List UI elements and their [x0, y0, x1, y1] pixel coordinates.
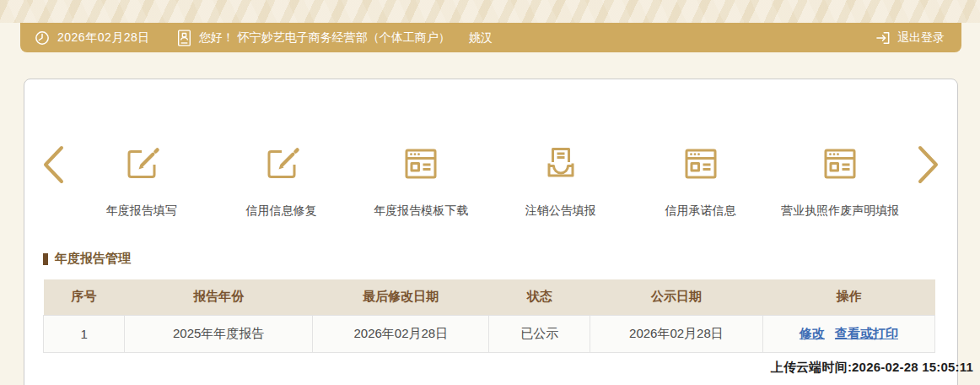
- table-row: 1 2025年年度报告 2026年02月28日 已公示 2026年02月28日 …: [44, 315, 935, 352]
- main-card: 年度报告填写 信用信息修复: [24, 79, 958, 385]
- shortcut-label: 注销公告填报: [525, 203, 596, 219]
- greeting-text: 您好！ 怀宁妙艺电子商务经营部（个体工商户）: [199, 30, 450, 46]
- shortcut-label: 信用信息修复: [246, 203, 317, 219]
- chevron-left-icon: [40, 145, 66, 184]
- section-bullet: [43, 253, 48, 265]
- shortcut-label: 年度报告模板下载: [374, 203, 468, 219]
- clock-icon: [34, 30, 51, 46]
- shortcut-label: 年度报告填写: [106, 203, 177, 219]
- inbox-icon: [541, 143, 581, 185]
- section-title: 年度报告管理: [43, 251, 131, 267]
- webpage-icon: [401, 143, 441, 185]
- shortcut-label: 信用承诺信息: [665, 203, 736, 219]
- decorative-banner-strip: [0, 0, 980, 23]
- logout-label: 退出登录: [897, 30, 945, 46]
- top-bar: 2026年02月28日 您好！ 怀宁妙艺电子商务经营部（个体工商户） 姚汉 退出…: [20, 23, 961, 52]
- cell-actions: 修改查看或打印: [762, 315, 934, 352]
- shortcut-label: 营业执照作废声明填报: [781, 203, 899, 219]
- user-name: 姚汉: [469, 30, 493, 46]
- shortcut-deregistration-notice[interactable]: 注销公告填报: [491, 143, 631, 219]
- webpage-icon: [681, 143, 721, 185]
- current-date: 2026年02月28日: [57, 30, 150, 46]
- annual-report-table: 序号 报告年份 最后修改日期 状态 公示日期 操作 1 2025年年度报告 20…: [43, 279, 935, 353]
- carousel-prev-button[interactable]: [35, 145, 72, 184]
- col-header-actions: 操作: [762, 279, 934, 315]
- cell-status: 已公示: [489, 315, 590, 352]
- edit-icon: [261, 143, 302, 185]
- col-header-publish-date: 公示日期: [590, 279, 762, 315]
- section-title-text: 年度报告管理: [55, 251, 131, 267]
- logout-icon: [875, 30, 891, 46]
- webpage-icon: [820, 143, 860, 185]
- shortcut-carousel: 年度报告填写 信用信息修复: [35, 143, 947, 219]
- shortcut-credit-commitment[interactable]: 信用承诺信息: [631, 143, 771, 219]
- shortcut-license-void-declaration[interactable]: 营业执照作废声明填报: [770, 143, 910, 219]
- table-header-row: 序号 报告年份 最后修改日期 状态 公示日期 操作: [44, 279, 935, 315]
- id-badge-icon: [177, 29, 191, 47]
- cell-seq: 1: [44, 315, 125, 352]
- upload-cloud-timestamp: 上传云端时间:2026-02-28 15:05:11: [771, 360, 973, 376]
- col-header-last-modified: 最后修改日期: [313, 279, 489, 315]
- view-or-print-link[interactable]: 查看或打印: [835, 326, 898, 340]
- col-header-seq: 序号: [44, 279, 125, 315]
- annual-report-portal: { "colors": { "gold_bar": "#CFAA5F", "ic…: [0, 0, 980, 385]
- cell-last-modified: 2026年02月28日: [313, 315, 489, 352]
- modify-link[interactable]: 修改: [800, 326, 825, 340]
- shortcut-template-download[interactable]: 年度报告模板下载: [351, 143, 491, 219]
- logout-button[interactable]: 退出登录: [869, 30, 945, 46]
- shortcut-annual-report-fill[interactable]: 年度报告填写: [72, 143, 212, 219]
- shortcut-credit-repair[interactable]: 信用信息修复: [212, 143, 352, 219]
- edit-icon: [121, 143, 162, 185]
- col-header-status: 状态: [489, 279, 590, 315]
- col-header-report-year: 报告年份: [125, 279, 313, 315]
- cell-publish-date: 2026年02月28日: [590, 315, 762, 352]
- carousel-next-button[interactable]: [910, 145, 947, 184]
- cell-report-year: 2025年年度报告: [125, 315, 313, 352]
- chevron-right-icon: [916, 145, 941, 184]
